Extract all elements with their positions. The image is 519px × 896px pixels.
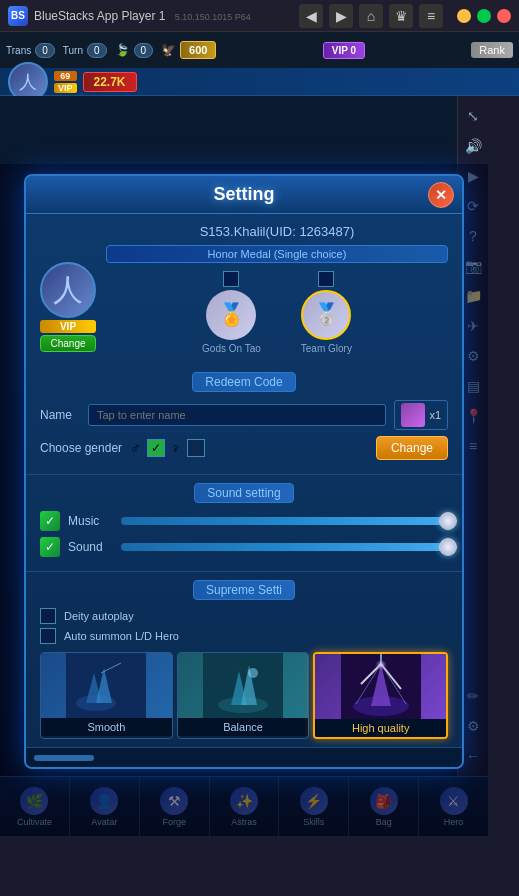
gender-label: Choose gender [40,441,122,455]
music-row: ✓ Music [40,511,448,531]
setting-modal: Setting ✕ 人 VIP Change S153.Khalil(UID: … [24,174,464,769]
minimize-button[interactable] [457,9,471,23]
medal-gods-on-tao[interactable]: 🏅 Gods On Tao [202,271,261,354]
sound-label: Sound setting [194,483,293,503]
back-button[interactable]: ◀ [299,4,323,28]
avatar[interactable]: 人 [40,262,96,318]
power-display: 22.7K [83,72,137,92]
medals-row: 🏅 Gods On Tao 🥈 Team Glory [106,271,448,354]
sound-label-item: Sound [68,540,113,554]
quality-high-label: High quality [315,719,446,737]
gender-row: Choose gender ♂ ✓ ♀ Change [40,436,448,460]
maximize-button[interactable] [477,9,491,23]
deity-checkbox[interactable] [40,608,56,624]
item-count: x1 [429,409,441,421]
name-label: Name [40,408,80,422]
quality-high[interactable]: High quality [313,652,448,739]
quality-smooth-thumb [41,653,172,718]
redeem-label: Redeem Code [192,372,295,392]
music-slider[interactable] [121,517,448,525]
modal-overlay: Setting ✕ 人 VIP Change S153.Khalil(UID: … [0,164,488,836]
auto-summon-label: Auto summon L/D Hero [64,630,179,642]
sound-slider-thumb[interactable] [439,538,457,556]
sound-section: Sound setting ✓ Music ✓ Sound [26,475,462,572]
vip-badge: VIP [40,320,96,333]
redeem-section: Redeem Code Name x1 Choose gender ♂ ✓ ♀ [26,364,462,475]
auto-summon-row: Auto summon L/D Hero [40,628,448,644]
turn-item: Turn 0 [63,43,107,58]
medal2-icon: 🥈 [301,290,351,340]
close-button[interactable] [497,9,511,23]
topbar: BS BlueStacks App Player 1 5.10.150.1015… [0,0,519,32]
deity-label: Deity autoplay [64,610,134,622]
deity-row: Deity autoplay [40,608,448,624]
menu-button[interactable]: ≡ [419,4,443,28]
male-icon: ♂ [130,440,141,456]
female-checkbox[interactable] [187,439,205,457]
item-icon [401,403,425,427]
leaf-item: 🍃 0 [115,43,154,58]
music-checkbox[interactable]: ✓ [40,511,60,531]
music-slider-thumb[interactable] [439,512,457,530]
user-section: 人 VIP Change S153.Khalil(UID: 1263487) H… [26,214,462,364]
app-title: BlueStacks App Player 1 5.10.150.1015 P6… [34,9,289,23]
rank-button[interactable]: Rank [471,42,513,58]
medal1-icon: 🏅 [206,290,256,340]
quality-smooth[interactable]: Smooth [40,652,173,739]
home-button[interactable]: ⌂ [359,4,383,28]
auto-summon-checkbox[interactable] [40,628,56,644]
avatar-section: 人 VIP Change [40,262,96,352]
quality-row: Smooth Balance [40,652,448,739]
sound-checkbox[interactable]: ✓ [40,537,60,557]
honor-bar: Honor Medal (Single choice) [106,245,448,263]
name-row: Name x1 [40,400,448,430]
trans-item: Trans 0 [6,43,55,58]
sound-row: ✓ Sound [40,537,448,557]
volume-icon[interactable]: 🔊 [461,134,485,158]
user-info: S153.Khalil(UID: 1263487) Honor Medal (S… [106,224,448,354]
crown-button[interactable]: ♛ [389,4,413,28]
vip-info: 69 VIP [54,71,77,93]
name-input[interactable] [88,404,386,426]
medal1-checkbox[interactable] [223,271,239,287]
medal-team-glory[interactable]: 🥈 Team Glory [301,271,352,354]
close-modal-button[interactable]: ✕ [428,182,454,208]
medal1-label: Gods On Tao [202,343,261,354]
game-toolbar: Trans 0 Turn 0 🍃 0 🦅 600 VIP 0 Rank [0,32,519,68]
avatar-change-button[interactable]: Change [40,335,96,352]
supreme-section: Supreme Setti Deity autoplay Auto summon… [26,572,462,747]
quality-balance[interactable]: Balance [177,652,310,739]
sound-slider[interactable] [121,543,448,551]
gender-change-button[interactable]: Change [376,436,448,460]
game-area: Setting ✕ 人 VIP Change S153.Khalil(UID: … [0,96,488,836]
modal-footer [26,747,462,767]
vip-display: VIP 0 [323,42,365,59]
male-checkbox[interactable]: ✓ [147,439,165,457]
power-bar: 人 69 VIP 22.7K [0,68,519,96]
modal-header: Setting ✕ [26,176,462,214]
user-name: S153.Khalil(UID: 1263487) [106,224,448,239]
modal-title: Setting [214,184,275,204]
expand-icon[interactable]: ⤡ [461,104,485,128]
gender-select: ♂ ✓ ♀ [130,439,205,457]
medal2-checkbox[interactable] [318,271,334,287]
scroll-bar[interactable] [34,755,94,761]
music-label: Music [68,514,113,528]
supreme-label: Supreme Setti [193,580,295,600]
app-icon: BS [8,6,28,26]
medal2-label: Team Glory [301,343,352,354]
quality-high-thumb [315,654,446,719]
gold-item: 🦅 600 [161,41,216,59]
svg-point-9 [248,668,258,678]
item-badge: x1 [394,400,448,430]
forward-button[interactable]: ▶ [329,4,353,28]
quality-balance-thumb [178,653,309,718]
female-icon: ♀ [171,440,182,456]
quality-smooth-label: Smooth [41,718,172,736]
quality-balance-label: Balance [178,718,309,736]
